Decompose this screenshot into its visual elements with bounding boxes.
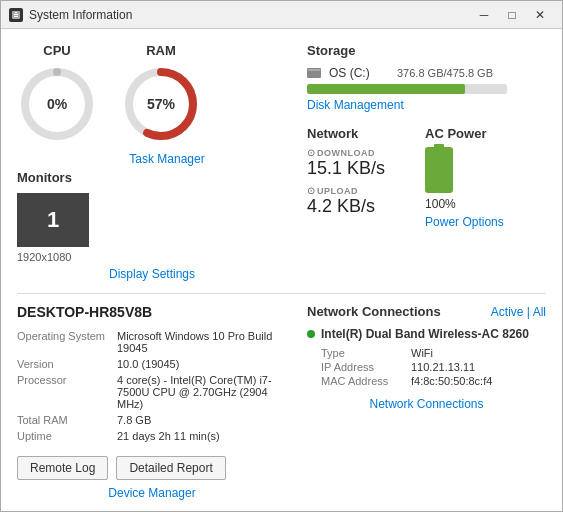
storage-progress-bg: [307, 84, 507, 94]
minimize-button[interactable]: ─: [470, 1, 498, 29]
download-icon: ⊙: [307, 147, 315, 158]
table-row: Uptime 21 days 2h 11 min(s): [17, 428, 287, 444]
netconn-filter-links: Active | All: [491, 305, 546, 319]
cpu-value: 0%: [47, 96, 67, 112]
svg-rect-8: [307, 71, 321, 77]
netconn-title: Network Connections: [307, 304, 441, 319]
version-value: 10.0 (19045): [117, 356, 287, 372]
network-adapter: Intel(R) Dual Band Wireless-AC 8260: [307, 327, 546, 341]
storage-title: Storage: [307, 43, 546, 58]
adapter-ip-row: IP Address 110.21.13.11: [321, 361, 546, 373]
battery-percent: 100%: [425, 197, 504, 211]
battery-icon: [425, 147, 453, 193]
task-manager-link[interactable]: Task Manager: [47, 152, 287, 166]
storage-section: Storage OS (C:) 376.8 GB/475.8 GB Disk M…: [307, 43, 546, 112]
drive-name: OS (C:): [329, 66, 389, 80]
adapter-details: Type WiFi IP Address 110.21.13.11 MAC Ad…: [321, 347, 546, 387]
bottom-section: DESKTOP-HR85V8B Operating System Microso…: [17, 304, 546, 500]
system-info-table: Operating System Microsoft Windows 10 Pr…: [17, 328, 287, 444]
window-controls: ─ □ ✕: [470, 1, 554, 29]
mac-value: f4:8c:50:50:8c:f4: [411, 375, 492, 387]
drive-size: 376.8 GB/475.8 GB: [397, 67, 493, 79]
top-section: CPU 0% RAM: [17, 43, 546, 281]
network-title: Network: [307, 126, 385, 141]
power-options-link[interactable]: Power Options: [425, 215, 504, 229]
uptime-value: 21 days 2h 11 min(s): [117, 428, 287, 444]
section-divider: [17, 293, 546, 294]
download-label: DOWNLOAD: [317, 148, 375, 158]
download-value: 15.1 KB/s: [307, 158, 385, 179]
device-manager-link[interactable]: Device Manager: [17, 486, 287, 500]
ac-power-title: AC Power: [425, 126, 504, 141]
upload-row: ⊙ UPLOAD 4.2 KB/s: [307, 185, 385, 217]
detailed-report-button[interactable]: Detailed Report: [116, 456, 225, 480]
adapter-status-dot: [307, 330, 315, 338]
net-power-row: Network ⊙ DOWNLOAD 15.1 KB/s ⊙ UPLOAD: [307, 126, 546, 229]
filter-all-link[interactable]: All: [533, 305, 546, 319]
cpu-gauge-container: CPU 0%: [17, 43, 97, 144]
monitors-section: Monitors 1 1920x1080 Display Settings: [17, 170, 287, 281]
processor-value: 4 core(s) - Intel(R) Core(TM) i7-7500U C…: [117, 372, 287, 412]
table-row: Version 10.0 (19045): [17, 356, 287, 372]
ram-label: Total RAM: [17, 412, 117, 428]
maximize-button[interactable]: □: [498, 1, 526, 29]
ram-label: RAM: [146, 43, 176, 58]
storage-drive-row: OS (C:) 376.8 GB/475.8 GB: [307, 66, 546, 80]
storage-progress-fill: [307, 84, 465, 94]
type-value: WiFi: [411, 347, 433, 359]
app-icon: [9, 8, 23, 22]
svg-rect-9: [308, 69, 320, 71]
drive-icon: [307, 68, 321, 78]
main-window: System Information ─ □ ✕ CPU: [0, 0, 563, 512]
remote-log-button[interactable]: Remote Log: [17, 456, 108, 480]
monitor-resolution: 1920x1080: [17, 251, 287, 263]
content-area: CPU 0% RAM: [1, 29, 562, 511]
mac-label: MAC Address: [321, 375, 391, 387]
ac-power-section: AC Power 100% Power Options: [425, 126, 504, 229]
svg-rect-1: [14, 14, 18, 15]
uptime-label: Uptime: [17, 428, 117, 444]
action-buttons: Remote Log Detailed Report: [17, 456, 287, 480]
hostname: DESKTOP-HR85V8B: [17, 304, 287, 320]
network-connections-link[interactable]: Network Connections: [307, 397, 546, 411]
upload-label: UPLOAD: [317, 186, 358, 196]
version-label: Version: [17, 356, 117, 372]
type-label: Type: [321, 347, 391, 359]
cpu-label: CPU: [43, 43, 70, 58]
upload-value: 4.2 KB/s: [307, 196, 385, 217]
svg-rect-3: [14, 16, 18, 17]
ram-gauge: 57%: [121, 64, 201, 144]
table-row: Operating System Microsoft Windows 10 Pr…: [17, 328, 287, 356]
disk-management-link[interactable]: Disk Management: [307, 98, 546, 112]
filter-active-link[interactable]: Active: [491, 305, 524, 319]
adapter-name: Intel(R) Dual Band Wireless-AC 8260: [321, 327, 529, 341]
ip-value: 110.21.13.11: [411, 361, 475, 373]
adapter-type-row: Type WiFi: [321, 347, 546, 359]
network-section: Network ⊙ DOWNLOAD 15.1 KB/s ⊙ UPLOAD: [307, 126, 385, 229]
monitor-display: 1: [17, 193, 89, 247]
upload-icon: ⊙: [307, 185, 315, 196]
ram-gauge-container: RAM 57%: [121, 43, 201, 144]
network-connections-panel: Network Connections Active | All Intel(R…: [287, 304, 546, 500]
ram-total-value: 7.8 GB: [117, 412, 287, 428]
cpu-ram-row: CPU 0% RAM: [17, 43, 287, 144]
ram-value: 57%: [147, 96, 175, 112]
titlebar: System Information ─ □ ✕: [1, 1, 562, 29]
close-button[interactable]: ✕: [526, 1, 554, 29]
download-row: ⊙ DOWNLOAD 15.1 KB/s: [307, 147, 385, 179]
svg-rect-2: [15, 12, 17, 13]
adapter-mac-row: MAC Address f4:8c:50:50:8c:f4: [321, 375, 546, 387]
cpu-gauge: 0%: [17, 64, 97, 144]
os-label: Operating System: [17, 328, 117, 356]
ip-label: IP Address: [321, 361, 391, 373]
display-settings-link[interactable]: Display Settings: [17, 267, 287, 281]
monitors-title: Monitors: [17, 170, 287, 185]
left-panel: CPU 0% RAM: [17, 43, 287, 281]
sysinfo-panel: DESKTOP-HR85V8B Operating System Microso…: [17, 304, 287, 500]
table-row: Processor 4 core(s) - Intel(R) Core(TM) …: [17, 372, 287, 412]
processor-label: Processor: [17, 372, 117, 412]
table-row: Total RAM 7.8 GB: [17, 412, 287, 428]
netconn-header: Network Connections Active | All: [307, 304, 546, 319]
window-title: System Information: [29, 8, 470, 22]
os-value: Microsoft Windows 10 Pro Build 19045: [117, 328, 287, 356]
